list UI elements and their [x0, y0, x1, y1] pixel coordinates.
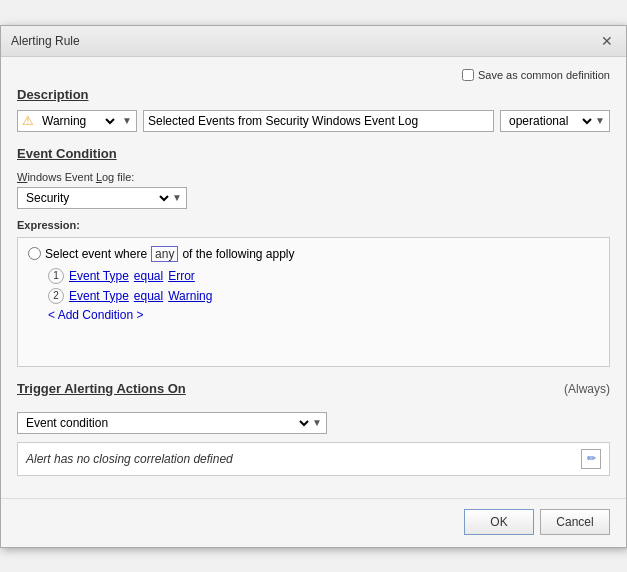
security-dropdown[interactable]: Security [22, 190, 172, 206]
edit-icon-button[interactable]: ✏ [581, 449, 601, 469]
trigger-section: Trigger Alerting Actions On (Always) Eve… [17, 381, 610, 476]
always-label: (Always) [564, 382, 610, 396]
description-header: Description [17, 87, 89, 102]
save-as-checkbox[interactable] [462, 69, 474, 81]
security-dropdown-arrow: ▼ [172, 192, 182, 203]
alert-info-text: Alert has no closing correlation defined [26, 452, 233, 466]
log-file-label-underline: W [17, 171, 27, 183]
operational-dropdown[interactable]: operational [505, 113, 595, 129]
condition1-equal[interactable]: equal [134, 269, 163, 283]
trigger-header-row: Trigger Alerting Actions On (Always) [17, 381, 610, 404]
log-file-label: Windows Event Log file: [17, 171, 610, 183]
expression-label: Expression: [17, 219, 610, 231]
trigger-select-wrapper[interactable]: Event condition ▼ [17, 412, 327, 434]
description-text-input[interactable] [143, 110, 494, 132]
dialog-title: Alerting Rule [11, 34, 80, 48]
alerting-rule-dialog: Alerting Rule ✕ Save as common definitio… [0, 25, 627, 548]
condition2-event-type[interactable]: Event Type [69, 289, 129, 303]
dialog-content: Save as common definition Description ⚠ … [1, 57, 626, 498]
condition-num-2: 2 [48, 288, 64, 304]
description-section: Save as common definition Description ⚠ … [17, 69, 610, 132]
operational-select-wrapper[interactable]: operational ▼ [500, 110, 610, 132]
expression-box: Select event where any of the following … [17, 237, 610, 367]
title-bar: Alerting Rule ✕ [1, 26, 626, 57]
description-row: ⚠ Warning ▼ operational ▼ [17, 110, 610, 132]
save-as-row: Save as common definition [17, 69, 610, 81]
warning-select-wrapper[interactable]: ⚠ Warning ▼ [17, 110, 137, 132]
warning-dropdown-arrow: ▼ [122, 115, 132, 126]
alert-info-box: Alert has no closing correlation defined… [17, 442, 610, 476]
condition1-event-type[interactable]: Event Type [69, 269, 129, 283]
cancel-button[interactable]: Cancel [540, 509, 610, 535]
warning-dropdown[interactable]: Warning [38, 113, 118, 129]
any-box[interactable]: any [151, 246, 178, 262]
condition-row-1: 1 Event Type equal Error [48, 268, 599, 284]
event-condition-section: Event Condition Windows Event Log file: … [17, 146, 610, 367]
condition2-equal[interactable]: equal [134, 289, 163, 303]
condition-row-2: 2 Event Type equal Warning [48, 288, 599, 304]
event-condition-header: Event Condition [17, 146, 117, 161]
select-event-row: Select event where any of the following … [28, 246, 599, 262]
operational-dropdown-arrow: ▼ [595, 115, 605, 126]
condition1-error[interactable]: Error [168, 269, 195, 283]
condition2-warning[interactable]: Warning [168, 289, 212, 303]
select-event-radio[interactable] [28, 247, 41, 260]
edit-icon: ✏ [587, 452, 596, 465]
select-event-text: Select event where [45, 247, 147, 261]
ok-button[interactable]: OK [464, 509, 534, 535]
close-button[interactable]: ✕ [598, 32, 616, 50]
save-as-label: Save as common definition [478, 69, 610, 81]
add-condition-link[interactable]: < Add Condition > [48, 308, 599, 322]
trigger-dropdown-arrow: ▼ [312, 417, 322, 428]
dialog-footer: OK Cancel [1, 498, 626, 547]
security-select-wrapper[interactable]: Security ▼ [17, 187, 187, 209]
trigger-header: Trigger Alerting Actions On [17, 381, 186, 396]
trigger-dropdown[interactable]: Event condition [22, 415, 312, 431]
warning-icon: ⚠ [22, 113, 34, 128]
condition-num-1: 1 [48, 268, 64, 284]
following-text: of the following apply [182, 247, 294, 261]
